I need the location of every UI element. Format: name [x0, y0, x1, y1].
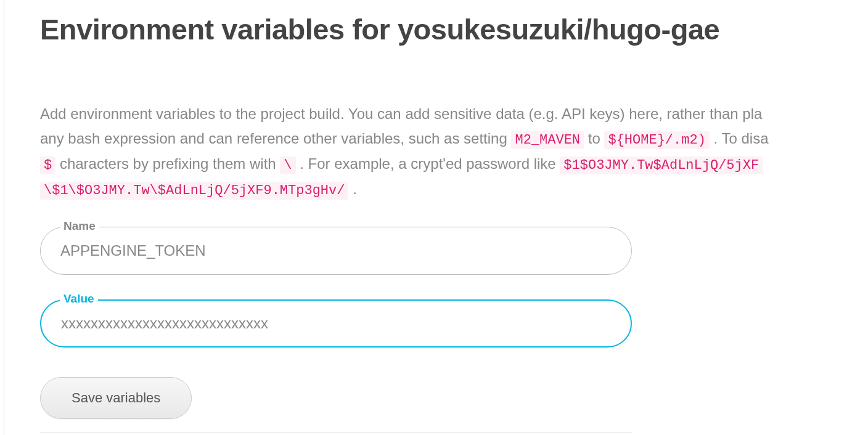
desc-text: . To disa: [714, 130, 769, 147]
desc-text: characters by prefixing them with: [60, 155, 280, 172]
separator-line: [4, 0, 4, 435]
env-var-form: Name Value Save variables N V l: [40, 227, 868, 435]
value-field-wrap: Value: [40, 299, 868, 348]
code-dollar: $: [40, 157, 55, 174]
name-label: Name: [60, 219, 99, 233]
code-home-m2: ${HOME}/.m2): [604, 131, 709, 149]
description-text: Add environment variables to the project…: [40, 102, 868, 202]
value-label: Value: [60, 292, 98, 306]
code-backslash: \: [280, 157, 295, 174]
save-variables-button[interactable]: Save variables: [40, 377, 192, 419]
code-escaped-example: \$1\$O3JMY.Tw\$AdLnLjQ/5jXF9.MTp3gHv/: [40, 182, 348, 200]
page-title: Environment variables for yosukesuzuki/h…: [40, 12, 868, 46]
code-crypt-example: $1$O3JMY.Tw$AdLnLjQ/5jXF: [560, 157, 763, 174]
code-m2-maven: M2_MAVEN: [511, 131, 584, 149]
desc-text: Add environment variables to the project…: [40, 105, 762, 122]
desc-text: . For example, a crypt'ed password like: [300, 155, 560, 172]
desc-text: any bash expression and can reference ot…: [40, 130, 511, 147]
desc-text: to: [588, 130, 605, 147]
value-input[interactable]: [40, 299, 632, 348]
name-input[interactable]: [40, 227, 632, 275]
main-content: Environment variables for yosukesuzuki/h…: [0, 0, 868, 435]
name-field-wrap: Name: [40, 227, 868, 275]
desc-text: .: [353, 181, 357, 197]
variables-table-header: N V l: [40, 433, 632, 435]
